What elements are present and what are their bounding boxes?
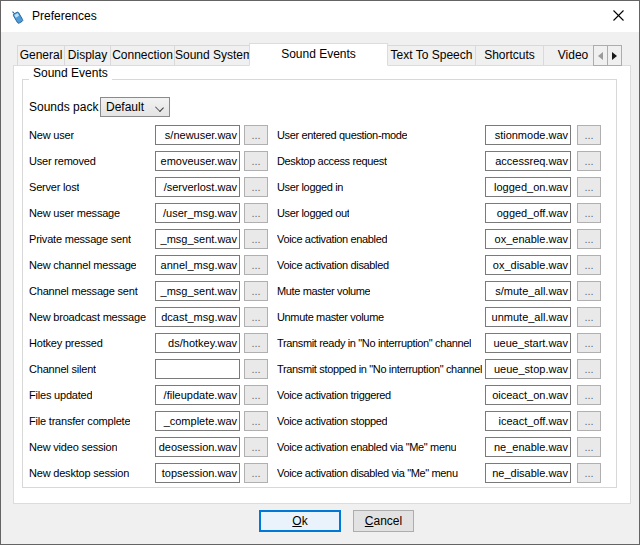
sound-file-input[interactable]: stionmode.wav (485, 125, 571, 145)
browse-button[interactable]: ... (244, 203, 268, 223)
sound-file-input[interactable]: s/mute_all.wav (485, 281, 571, 301)
browse-button[interactable]: ... (577, 307, 601, 327)
sound-file-input[interactable]: ox_enable.wav (485, 229, 571, 249)
tab-sound-system[interactable]: Sound System (174, 45, 250, 66)
browse-button[interactable]: ... (244, 411, 268, 431)
sound-file-input[interactable]: logged_on.wav (485, 177, 571, 197)
sound-file-input[interactable]: ne_disable.wav (485, 463, 571, 483)
sound-file-input[interactable]: ogged_off.wav (485, 203, 571, 223)
sound-file-input[interactable]: topsession.wav (155, 463, 240, 483)
sound-file-input[interactable] (155, 359, 240, 379)
sound-file-input[interactable]: ne_enable.wav (485, 437, 571, 457)
tab-sound-events[interactable]: Sound Events (249, 43, 388, 66)
event-label: New video session (29, 437, 117, 457)
event-label: New broadcast message (29, 307, 146, 327)
preferences-dialog: Preferences GeneralDisplayConnectionSoun… (0, 0, 640, 545)
browse-button[interactable]: ... (244, 437, 268, 457)
sound-event-row: Channel silent ... Transmit stopped in "… (14, 359, 632, 379)
event-label: New user (29, 125, 74, 145)
sound-file-input[interactable]: iceact_off.wav (485, 411, 571, 431)
ok-button[interactable]: Ok (259, 510, 341, 532)
sound-file-input[interactable]: /serverlost.wav (155, 177, 240, 197)
browse-button[interactable]: ... (577, 125, 601, 145)
sound-file-input[interactable]: /fileupdate.wav (155, 385, 240, 405)
sound-file-input[interactable]: annel_msg.wav (155, 255, 240, 275)
event-label: New desktop session (29, 463, 129, 483)
tab-scroll-right-button[interactable] (607, 45, 622, 66)
tab-general[interactable]: General (17, 45, 65, 66)
sound-event-row: Server lost /serverlost.wav ... User log… (14, 177, 632, 197)
browse-button[interactable]: ... (244, 307, 268, 327)
event-label: Desktop access request (277, 151, 387, 171)
event-label: User entered question-mode (277, 125, 407, 145)
sound-file-input[interactable]: /user_msg.wav (155, 203, 240, 223)
event-label: Channel message sent (29, 281, 138, 301)
browse-button[interactable]: ... (244, 281, 268, 301)
event-label: Hotkey pressed (29, 333, 103, 353)
cancel-button[interactable]: Cancel (353, 510, 414, 532)
event-label: Mute master volume (277, 281, 370, 301)
sound-event-row: New user s/newuser.wav ... User entered … (14, 125, 632, 145)
sound-event-row: Hotkey pressed ds/hotkey.wav ... Transmi… (14, 333, 632, 353)
chevron-down-icon (155, 103, 164, 112)
browse-button[interactable]: ... (577, 359, 601, 379)
browse-button[interactable]: ... (577, 203, 601, 223)
browse-button[interactable]: ... (577, 281, 601, 301)
tab-video[interactable]: Video (543, 45, 594, 66)
event-label: Voice activation disabled (277, 255, 389, 275)
event-label: Voice activation triggered (277, 385, 391, 405)
browse-button[interactable]: ... (577, 333, 601, 353)
browse-button[interactable]: ... (577, 229, 601, 249)
scroll-right-icon (612, 52, 617, 60)
sound-file-input[interactable]: accessreq.wav (485, 151, 571, 171)
sound-file-input[interactable]: _complete.wav (155, 411, 240, 431)
sound-event-row: Files updated /fileupdate.wav ... Voice … (14, 385, 632, 405)
browse-button[interactable]: ... (577, 151, 601, 171)
sound-file-input[interactable]: deosession.wav (155, 437, 240, 457)
sound-file-input[interactable]: dcast_msg.wav (155, 307, 240, 327)
tab-bar: GeneralDisplayConnectionSound SystemSoun… (17, 43, 594, 66)
tab-scroll-left-button[interactable] (593, 45, 608, 66)
event-label: Private message sent (29, 229, 131, 249)
browse-button[interactable]: ... (244, 385, 268, 405)
tab-text-to-speech[interactable]: Text To Speech (387, 45, 476, 66)
sound-file-input[interactable]: unmute_all.wav (485, 307, 571, 327)
browse-button[interactable]: ... (244, 255, 268, 275)
event-label: New channel message (29, 255, 136, 275)
scroll-left-icon (598, 52, 603, 60)
browse-button[interactable]: ... (244, 229, 268, 249)
browse-button[interactable]: ... (244, 359, 268, 379)
sounds-pack-select[interactable]: Default (100, 97, 170, 117)
sound-file-input[interactable]: ox_disable.wav (485, 255, 571, 275)
sound-file-input[interactable]: _msg_sent.wav (155, 281, 240, 301)
tab-display[interactable]: Display (64, 45, 111, 66)
browse-button[interactable]: ... (577, 437, 601, 457)
browse-button[interactable]: ... (577, 177, 601, 197)
sound-events-page: Sound Events Sounds pack Default New use… (13, 65, 631, 504)
browse-button[interactable]: ... (577, 255, 601, 275)
sound-event-row: New user message /user_msg.wav ... User … (14, 203, 632, 223)
sound-file-input[interactable]: ueue_stop.wav (485, 359, 571, 379)
browse-button[interactable]: ... (244, 463, 268, 483)
browse-button[interactable]: ... (577, 463, 601, 483)
event-label: Files updated (29, 385, 92, 405)
close-button[interactable] (601, 2, 635, 30)
browse-button[interactable]: ... (244, 177, 268, 197)
sound-file-input[interactable]: oiceact_on.wav (485, 385, 571, 405)
sound-file-input[interactable]: _msg_sent.wav (155, 229, 240, 249)
browse-button[interactable]: ... (244, 333, 268, 353)
tab-shortcuts[interactable]: Shortcuts (475, 45, 544, 66)
window-title: Preferences (32, 9, 97, 23)
event-label: Server lost (29, 177, 79, 197)
tab-scroll-buttons (594, 45, 622, 66)
sound-event-row: Private message sent _msg_sent.wav ... V… (14, 229, 632, 249)
tab-connection[interactable]: Connection (110, 45, 175, 66)
sound-file-input[interactable]: ds/hotkey.wav (155, 333, 240, 353)
browse-button[interactable]: ... (244, 151, 268, 171)
browse-button[interactable]: ... (577, 385, 601, 405)
browse-button[interactable]: ... (244, 125, 268, 145)
sound-file-input[interactable]: ueue_start.wav (485, 333, 571, 353)
sound-file-input[interactable]: emoveuser.wav (155, 151, 240, 171)
sound-file-input[interactable]: s/newuser.wav (155, 125, 240, 145)
browse-button[interactable]: ... (577, 411, 601, 431)
